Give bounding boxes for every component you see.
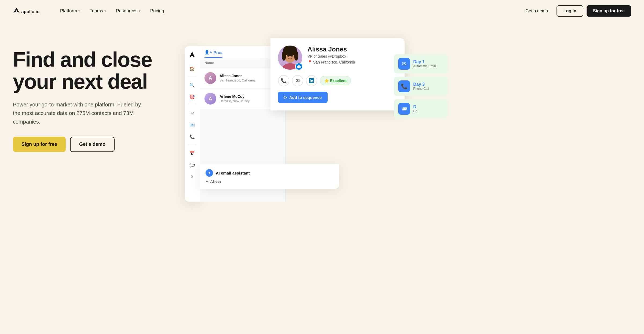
avatar-alissa: A: [204, 72, 216, 84]
phone-seq-icon: 📞: [398, 80, 410, 92]
nav-pricing[interactable]: Pricing: [146, 6, 169, 16]
hero-title: Find and close your next deal: [13, 49, 169, 93]
sidebar-send-icon[interactable]: ✉: [187, 108, 197, 118]
phone-action-button[interactable]: 📞: [278, 75, 289, 86]
signup-nav-button[interactable]: Sign up for free: [587, 5, 631, 17]
hero-subtitle: Power your go-to-market with one platfor…: [13, 100, 144, 126]
add-person-icon: 👤+: [204, 50, 212, 55]
logo-icon: apollo.io: [13, 6, 45, 16]
sequence-card-day1[interactable]: ✉ Day 1 Automatic Email: [394, 54, 448, 73]
send-seq-icon: 📨: [398, 103, 410, 115]
nav-resources[interactable]: Resources ▾: [111, 6, 145, 16]
sidebar-divider-3: [188, 145, 196, 145]
hero-text-area: Find and close your next deal Power your…: [13, 33, 169, 152]
seq-info-day1: Day 1 Automatic Email: [413, 60, 437, 68]
sidebar-phone-icon[interactable]: 📞: [187, 132, 197, 142]
logo[interactable]: apollo.io: [13, 6, 45, 16]
add-to-sequence-button[interactable]: ▷ Add to sequence: [278, 92, 328, 103]
sidebar-target-icon[interactable]: 🎯: [187, 92, 197, 102]
resources-chevron-icon: ▾: [139, 9, 141, 13]
app-mockup: 🏠 🔍 🎯 ✉ 📧 📞 📅 💬 $ 👤+ Pros Name: [185, 38, 631, 220]
navbar: apollo.io Platform ▾ Teams ▾ Resources ▾…: [0, 0, 644, 22]
seq-info-day3: Day 3 Phone Call: [413, 82, 429, 91]
quality-badge: ⭐ Excellent: [320, 76, 351, 85]
contact-detail-card: Alissa Jones VP of Sales @Dropbox 📍 San …: [270, 38, 405, 110]
card-person-title: VP of Sales @Dropbox: [308, 54, 355, 58]
svg-point-7: [287, 55, 289, 57]
nav-teams[interactable]: Teams ▾: [85, 6, 110, 16]
contact-info-alissa: Alissa Jones San Francisco, California: [219, 74, 255, 82]
card-header: Alissa Jones VP of Sales @Dropbox 📍 San …: [278, 46, 397, 70]
ai-label: AI email assistant: [216, 171, 250, 175]
sequence-card-day3[interactable]: 📞 Day 3 Phone Call: [394, 77, 448, 96]
ai-header: ✦ AI email assistant: [206, 169, 333, 177]
seq-info-d: D Co: [413, 105, 417, 113]
nav-links: Platform ▾ Teams ▾ Resources ▾ Pricing: [56, 6, 520, 16]
ai-assistant-icon: ✦: [206, 169, 213, 177]
sidebar-chat-icon[interactable]: 💬: [187, 160, 197, 170]
contact-info-arlene: Arlene McCoy Denville, New Jersey: [219, 94, 250, 103]
sidebar-divider-2: [188, 105, 196, 105]
linkedin-action-button[interactable]: [306, 75, 317, 86]
sequence-card-d[interactable]: 📨 D Co: [394, 99, 448, 118]
sidebar-calendar-icon[interactable]: 📅: [187, 148, 197, 158]
card-actions: 📞 ✉ ⭐ Excellent: [278, 75, 397, 86]
card-avatar-area: [278, 46, 302, 70]
sidebar-search-icon[interactable]: 🔍: [187, 80, 197, 90]
sidebar-dollar-icon[interactable]: $: [187, 172, 197, 181]
teams-chevron-icon: ▾: [104, 9, 106, 13]
card-person-location: 📍 San Francisco, California: [308, 60, 355, 64]
platform-chevron-icon: ▾: [78, 9, 80, 13]
card-person-name: Alissa Jones: [308, 46, 355, 53]
sidebar-mail-icon[interactable]: 📧: [187, 120, 197, 130]
demo-hero-button[interactable]: Get a demo: [70, 137, 115, 152]
svg-point-5: [294, 51, 298, 61]
app-sidebar: 🏠 🔍 🎯 ✉ 📧 📞 📅 💬 $: [185, 46, 200, 202]
sidebar-home-icon[interactable]: 🏠: [187, 64, 197, 73]
nav-actions: Get a demo Log in Sign up for free: [520, 5, 631, 17]
login-button[interactable]: Log in: [557, 5, 583, 17]
email-action-button[interactable]: ✉: [292, 75, 303, 86]
sequence-icon: ▷: [284, 95, 287, 100]
svg-point-8: [291, 55, 293, 57]
tab-prospects[interactable]: 👤+ Pros: [204, 50, 222, 58]
hero-ctas: Sign up for free Get a demo: [13, 137, 169, 152]
dropbox-badge: [295, 63, 303, 70]
avatar-arlene: A: [204, 93, 216, 105]
sequence-panel: ✉ Day 1 Automatic Email 📞 Day 3 Phone Ca…: [394, 54, 448, 118]
svg-text:apollo.io: apollo.io: [21, 9, 40, 14]
nav-platform[interactable]: Platform ▾: [56, 6, 84, 16]
svg-point-4: [282, 51, 286, 61]
sidebar-divider-1: [188, 77, 196, 77]
location-pin-icon: 📍: [308, 60, 312, 64]
hero-section: Find and close your next deal Power your…: [0, 22, 644, 334]
get-demo-button[interactable]: Get a demo: [520, 6, 553, 16]
signup-hero-button[interactable]: Sign up for free: [13, 137, 66, 152]
email-seq-icon: ✉: [398, 58, 410, 70]
ai-email-greeting: Hi Alissa: [206, 179, 333, 184]
ai-email-panel: ✦ AI email assistant Hi Alissa: [200, 164, 339, 189]
sidebar-logo: [188, 50, 197, 60]
card-info: Alissa Jones VP of Sales @Dropbox 📍 San …: [308, 46, 355, 64]
